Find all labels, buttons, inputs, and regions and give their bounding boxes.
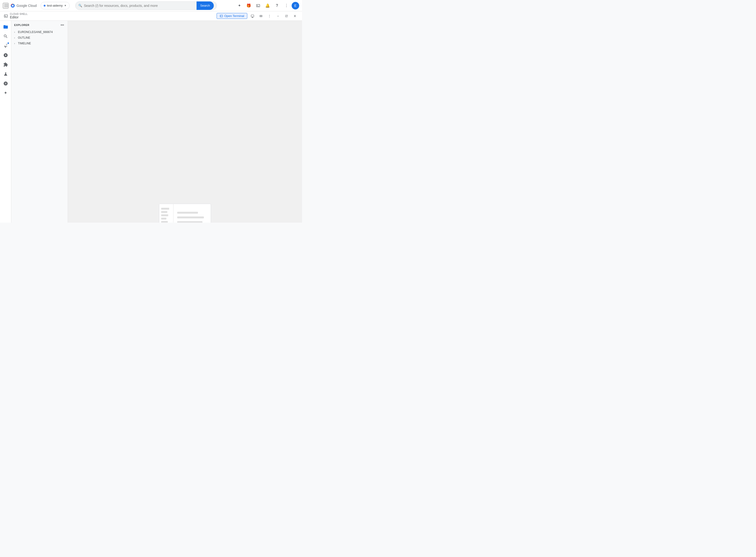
- gift-button[interactable]: 🎁: [245, 1, 253, 10]
- logo-text: Google Cloud: [17, 4, 37, 7]
- activity-gemini[interactable]: ✦: [1, 89, 10, 97]
- cloud-shell-icon: [4, 14, 8, 18]
- folder-label: EURONCLEGANE_666674: [18, 30, 53, 34]
- cloud-shell-info: CLOUD SHELL Editor: [10, 13, 28, 19]
- close-button[interactable]: ✕: [292, 13, 298, 19]
- sidebar-header: EXPLORER •••: [11, 21, 68, 29]
- source-control-badge: [7, 42, 9, 44]
- search-button[interactable]: Search: [197, 1, 214, 10]
- activity-run[interactable]: [1, 51, 10, 59]
- cloud-shell-right: Open Terminal ⋮ − ✕: [217, 13, 298, 19]
- search-input[interactable]: [84, 4, 197, 7]
- avatar[interactable]: E: [292, 2, 299, 9]
- cloud-shell-button[interactable]: [254, 1, 262, 10]
- top-nav: Google Cloud test-aidemy ▼ 🔍 Search ✦ 🎁 …: [0, 0, 302, 11]
- chevron-right-icon: ›: [14, 31, 17, 33]
- sidebar-title: EXPLORER: [14, 24, 29, 26]
- project-name: test-aidemy: [47, 4, 63, 7]
- activity-search[interactable]: [1, 32, 10, 40]
- welcome-panel: Show All Commands ⇧ ⌘ P Go to File ⌘ P: [149, 204, 220, 223]
- editor-content: Show All Commands ⇧ ⌘ P Go to File ⌘ P: [68, 21, 302, 223]
- cloud-shell-title: Editor: [10, 15, 28, 19]
- search-bar[interactable]: 🔍 Search: [75, 1, 217, 10]
- svg-point-0: [12, 5, 14, 6]
- activity-bar: ✦: [0, 21, 11, 223]
- menu-button[interactable]: [3, 3, 8, 8]
- illus-main: [173, 204, 211, 223]
- sidebar-item-euronclegane[interactable]: › EURONCLEGANE_666674: [11, 29, 68, 35]
- editor-area: Show All Commands ⇧ ⌘ P Go to File ⌘ P: [68, 21, 302, 223]
- activity-extensions[interactable]: [1, 60, 10, 69]
- activity-cloud-code[interactable]: [1, 79, 10, 88]
- fullscreen-button[interactable]: [283, 13, 290, 19]
- nav-icons: ✦ 🎁 🔔 ? ⋮ E: [235, 1, 299, 10]
- chevron-down-icon: ▼: [64, 4, 66, 7]
- more-options-button[interactable]: ⋮: [282, 1, 291, 10]
- open-terminal-button[interactable]: Open Terminal: [217, 13, 247, 19]
- main-layout: ✦ EXPLORER ••• › EURONCLEGANE_666674 › O…: [0, 21, 302, 223]
- sidebar-more-button[interactable]: •••: [60, 22, 65, 28]
- project-selector[interactable]: test-aidemy ▼: [40, 2, 69, 9]
- chevron-right-icon: ›: [14, 36, 17, 39]
- gemini-button[interactable]: ✦: [235, 1, 244, 10]
- outline-label: OUTLINE: [18, 36, 30, 39]
- more-cloud-shell-button[interactable]: ⋮: [266, 13, 273, 19]
- cloud-shell-bar: CLOUD SHELL Editor Open Terminal ⋮ − ✕: [0, 11, 302, 21]
- minimize-button[interactable]: −: [275, 13, 281, 19]
- sidebar-item-timeline[interactable]: › TIMELINE: [11, 40, 68, 46]
- google-cloud-logo: Google Cloud: [10, 3, 37, 8]
- activity-testing[interactable]: [1, 70, 10, 78]
- help-button[interactable]: ?: [273, 1, 281, 10]
- cloud-shell-label: CLOUD SHELL: [10, 13, 28, 15]
- sidebar-item-outline[interactable]: › OUTLINE: [11, 35, 68, 40]
- open-terminal-label: Open Terminal: [224, 14, 244, 18]
- cloud-shell-left: CLOUD SHELL Editor: [4, 13, 28, 19]
- activity-explorer[interactable]: [1, 23, 10, 31]
- activity-source-control[interactable]: [1, 41, 10, 50]
- terminal-icon: [220, 14, 223, 18]
- project-dot: [44, 5, 46, 7]
- editor-illustration: [159, 204, 211, 223]
- monitor-button[interactable]: [249, 13, 256, 19]
- chevron-right-icon: ›: [14, 42, 17, 45]
- sidebar: EXPLORER ••• › EURONCLEGANE_666674 › OUT…: [11, 21, 68, 223]
- timeline-label: TIMELINE: [18, 42, 31, 45]
- notifications-button[interactable]: 🔔: [263, 1, 272, 10]
- illus-sidebar: [159, 204, 173, 223]
- search-icon: 🔍: [78, 4, 82, 7]
- google-cloud-icon: [10, 3, 15, 8]
- sidebar-actions: •••: [60, 22, 65, 28]
- split-button[interactable]: [258, 13, 264, 19]
